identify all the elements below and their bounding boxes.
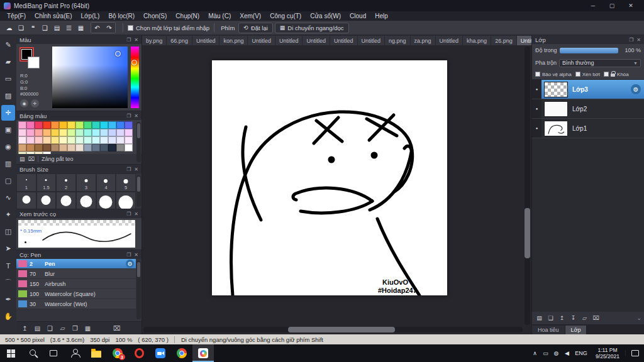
action-center-button[interactable] [625,350,644,356]
color-swatch[interactable] [26,136,35,144]
operation-tool[interactable]: ➤ [1,241,15,256]
menu-item[interactable]: Lớp(L) [77,13,104,19]
close-icon[interactable]: ✕ [134,167,138,172]
panel-tab[interactable]: Hoa tiêu [532,326,565,334]
color-swatch[interactable] [75,136,84,144]
color-swatch[interactable] [43,144,51,151]
chrome-profile-icon[interactable] [171,344,192,362]
brush-size-option[interactable]: 5 [116,173,136,192]
color-swatch[interactable] [26,144,35,151]
layer-option-checkbox[interactable]: Bảo vệ alpha [535,72,572,77]
menu-item[interactable]: Help [370,13,392,19]
color-swatch[interactable] [51,121,59,129]
color-swatch[interactable] [125,121,133,129]
menu-item[interactable]: Bộ lọc(R) [104,13,139,19]
close-icon[interactable]: ✕ [636,37,641,43]
vertical-scroll-thumb[interactable] [525,208,530,258]
color-swatch[interactable] [100,129,108,136]
delete-layer-icon[interactable]: ⌧ [591,314,601,323]
color-swatch[interactable] [108,144,116,151]
color-swatch[interactable] [43,121,51,129]
menu-item[interactable]: Công cụ(T) [265,13,306,19]
brush-size-scrollbar[interactable] [136,175,141,207]
document-tab[interactable]: 26.png [491,36,517,45]
people-button[interactable] [64,344,86,362]
color-swatch[interactable] [59,136,67,144]
document-tab[interactable]: Untitled [517,36,531,45]
hand-tool[interactable]: ✋ [1,309,15,324]
brush-item[interactable]: 30Watercolor (Wet) [16,299,136,309]
color-swatch[interactable] [26,129,35,136]
network-icon[interactable]: ◍ [551,350,562,356]
menu-item[interactable]: Chọn(S) [139,13,171,19]
tray-expand-icon[interactable]: ∧ [530,350,540,356]
color-swatch[interactable] [59,121,67,129]
layer-folder-icon[interactable]: ▱ [580,314,589,323]
color-swatch[interactable] [108,121,116,129]
menu-item[interactable]: Chụp(N) [171,13,204,19]
move-tool[interactable]: ✛ [1,105,15,121]
color-swatch[interactable] [43,136,51,144]
pattern-stamp-tool[interactable]: ▨ [1,88,15,104]
document-tab[interactable]: Untitled [275,36,303,45]
brush-size-option[interactable] [76,192,96,209]
new-palette-icon[interactable]: ▤ [19,156,25,162]
popout-icon[interactable]: ❐ [126,211,131,217]
menu-item[interactable]: Xem(V) [235,13,265,19]
color-swatch[interactable] [35,129,43,136]
eyedropper-tool[interactable]: ✒ [1,292,15,307]
move-direction-button[interactable]: ▦ Di chuyển ngang/dọc [275,23,349,33]
save-icon[interactable]: ❏ [16,23,26,33]
color-swatch[interactable] [26,121,35,129]
color-swatch[interactable] [18,121,26,129]
color-swatch[interactable] [18,144,26,151]
brush-size-option[interactable]: 2 [56,173,76,192]
opera-icon[interactable] [128,344,150,362]
merge-layer-icon[interactable]: ↧ [569,314,578,323]
file-explorer-icon[interactable] [86,344,107,362]
color-swatch[interactable] [67,129,75,136]
delete-brush-icon[interactable]: ⌧ [112,324,121,333]
brush-item[interactable]: 70Blur [16,269,136,279]
document-tab[interactable]: Untitled [330,36,358,45]
layer-row[interactable]: ●Lớp2 [532,99,644,119]
color-swatch[interactable] [67,121,75,129]
magic-wand-tool[interactable]: ✦ [1,207,15,222]
color-swatch[interactable] [35,121,43,129]
layer-option-checkbox[interactable]: Xén bớt [575,72,600,77]
brush-settings-icon[interactable]: ▦ [83,324,92,333]
color-swatch[interactable] [67,144,75,151]
duplicate-layer-icon[interactable]: ❑ [546,314,555,323]
add-layer-icon[interactable]: ▤ [535,314,544,323]
palette-scrollbar[interactable] [136,122,141,162]
brush-item[interactable]: 100Watercolor (Square) [16,289,136,299]
vertical-scrollbar[interactable] [525,47,530,325]
close-icon[interactable]: ✕ [134,37,138,43]
color-swatch[interactable] [51,136,59,144]
document-tab[interactable]: Untitled [358,36,386,45]
brush-settings-icon[interactable]: ⚙ [126,260,134,268]
brush-size-option[interactable] [116,192,136,209]
brush-item[interactable]: 2Pen⚙ [16,259,136,269]
taskbar-clock[interactable]: 1:11 PM 9/25/2021 [590,347,625,359]
color-swatch[interactable] [116,144,125,151]
minimize-button[interactable]: ─ [584,0,602,11]
document-tab[interactable]: 66.png [167,36,192,45]
text-tool[interactable]: T [1,258,15,273]
close-icon[interactable]: ✕ [134,211,138,217]
reset-button[interactable]: ⟲ Đặt lại [238,23,272,33]
color-swatch[interactable] [84,136,92,144]
document-tab[interactable]: ng.png [385,36,411,45]
sv-cursor[interactable] [115,51,121,57]
fill-shape-tool[interactable]: ▣ [1,122,15,138]
document-tab[interactable]: Untitled [303,36,330,45]
document-tab[interactable]: Untitled [192,36,220,45]
curve-tool[interactable]: ⌒ [1,275,15,290]
menu-item[interactable]: Màu (C) [204,13,235,19]
color-swatch[interactable] [92,121,100,129]
medibang-taskbar-icon[interactable] [192,344,214,362]
menu-item[interactable]: Cửa sổ(W) [306,13,345,19]
comment-icon[interactable]: ❝ [28,23,38,33]
color-swatch[interactable] [100,136,108,144]
select-rect-tool[interactable]: ▭ [1,71,15,87]
